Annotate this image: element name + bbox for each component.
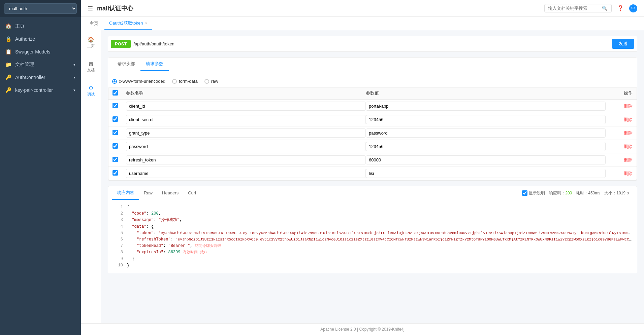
size-label: 大小：1019 b (604, 190, 629, 196)
key2-icon: 🔑 (5, 87, 12, 93)
table-row: 删除 (108, 140, 637, 153)
row-checkbox[interactable] (112, 103, 118, 108)
expires-in-tooltip: 有效时间（秒） (183, 250, 209, 254)
doc-nav-docs[interactable]: 𝌎 文档 (86, 58, 96, 75)
table-row: 删除 (108, 100, 637, 113)
param-value-input[interactable] (366, 102, 606, 111)
param-value-input[interactable] (366, 142, 606, 151)
delete-button[interactable]: 删除 (606, 130, 633, 136)
api-content: POST 发送 请求头部 请求参数 x-www-form-urlencoded (101, 30, 644, 323)
home-icon: 🏠 (5, 23, 12, 29)
user-icon[interactable]: 中 (629, 4, 637, 12)
response-area: 响应内容 Raw Headers Curl 显示说明 响应码：200 耗时：45… (108, 186, 637, 273)
sidebar-item-home[interactable]: 🏠 主页 (0, 20, 81, 33)
status-label: 响应码：200 (549, 190, 572, 196)
param-value-input[interactable] (366, 115, 606, 124)
radio-raw[interactable]: raw (204, 79, 218, 84)
param-value-input[interactable] (366, 169, 606, 178)
row-checkbox[interactable] (112, 143, 118, 149)
header-action-col: 操作 (606, 90, 633, 97)
search-icon[interactable]: 🔍 (602, 6, 607, 11)
param-name-input[interactable] (126, 128, 366, 138)
delete-button[interactable]: 删除 (606, 171, 633, 177)
response-status: 显示说明 响应码：200 耗时：450ms 大小：1019 b (522, 190, 633, 196)
resp-tab-raw[interactable]: Raw (139, 187, 157, 199)
request-tabs: 请求头部 请求参数 (108, 58, 637, 71)
sidebar-item-key-pair-controller[interactable]: 🔑 key-pair-controller ▾ (0, 84, 81, 97)
app-footer: Apache License 2.0 | Copyright © 2019-Kn… (81, 323, 644, 335)
radio-x-www-label: x-www-form-urlencoded (119, 79, 165, 84)
params-table: 参数名称 参数值 操作 删除 (108, 87, 637, 180)
radio-raw-label: raw (211, 79, 218, 84)
code-block: 1{ 2 "code": 200, 3 "message": "操作成功", 4… (108, 200, 637, 273)
radio-circle-empty (172, 79, 177, 84)
show-desc-checkbox[interactable] (522, 190, 527, 196)
search-box: 🔍 (544, 4, 612, 12)
sidebar-item-label: key-pair-controller (15, 87, 53, 93)
status-code: 200 (565, 191, 572, 195)
tab-close-icon[interactable]: × (145, 21, 147, 25)
chevron-down-icon: ▾ (73, 75, 75, 80)
param-value-input[interactable] (366, 155, 606, 164)
header-check-col (112, 90, 126, 97)
tab-oauth-token[interactable]: Oauth2获取token × (104, 17, 152, 30)
sidebar-item-authorize[interactable]: 🔒 Authorize (0, 33, 81, 45)
send-button[interactable]: 发送 (612, 39, 634, 49)
resp-tab-curl[interactable]: Curl (183, 187, 201, 199)
help-icon[interactable]: ❓ (617, 5, 624, 11)
param-name-input[interactable] (126, 142, 366, 151)
key-icon: 🔑 (5, 74, 12, 80)
row-checkbox[interactable] (112, 130, 118, 135)
tab-home[interactable]: 主页 (85, 18, 103, 29)
doc-nav-debug[interactable]: ⚙ 调试 (86, 82, 96, 100)
url-input[interactable] (133, 41, 609, 46)
resp-tab-headers[interactable]: Headers (157, 187, 183, 199)
sidebar-item-swagger-models[interactable]: 📋 Swagger Models (0, 45, 81, 58)
clipboard-icon: 📋 (5, 49, 12, 55)
row-checkbox[interactable] (112, 170, 118, 176)
param-name-input[interactable] (126, 169, 366, 178)
menu-icon[interactable]: ☰ (88, 5, 93, 12)
sidebar-item-label: Authorize (15, 36, 35, 42)
sidebar-item-label: AuthController (15, 75, 45, 80)
request-bar: POST 发送 (108, 36, 637, 52)
delete-button[interactable]: 删除 (606, 103, 633, 109)
radio-form-data-label: form-data (179, 79, 198, 84)
chevron-down-icon: ▾ (73, 63, 75, 67)
app-title: mall认证中心 (97, 4, 133, 12)
req-tab-headers[interactable]: 请求头部 (112, 58, 140, 71)
sidebar-item-label: 文档管理 (15, 62, 34, 68)
doc-nav-home[interactable]: 🏠 主页 (86, 34, 96, 51)
search-input[interactable] (548, 6, 602, 11)
sidebar-item-auth-controller[interactable]: 🔑 AuthController ▾ (0, 71, 81, 84)
method-badge: POST (111, 40, 131, 48)
sidebar-item-label: Swagger Models (15, 49, 50, 54)
req-tab-params[interactable]: 请求参数 (140, 58, 169, 71)
delete-button[interactable]: 删除 (606, 157, 633, 163)
resp-tab-content[interactable]: 响应内容 (112, 186, 139, 200)
radio-x-www-form[interactable]: x-www-form-urlencoded (112, 79, 165, 84)
nav-docs-icon: 𝌎 (89, 61, 93, 67)
sidebar: mall-auth 🏠 主页 🔒 Authorize 📋 Swagger Mod… (0, 0, 81, 335)
show-desc-label: 显示说明 (529, 190, 545, 196)
app-header: ☰ mall认证中心 🔍 ❓ 中 (81, 0, 644, 17)
row-checkbox[interactable] (112, 116, 118, 122)
code-line: 10} (114, 262, 632, 269)
sidebar-item-label: 主页 (15, 23, 25, 29)
code-line: 1{ (114, 204, 632, 211)
delete-button[interactable]: 删除 (606, 144, 633, 150)
sidebar-item-doc-manage[interactable]: 📁 文档管理 ▾ (0, 58, 81, 71)
param-name-input[interactable] (126, 115, 366, 124)
param-value-input[interactable] (366, 128, 606, 138)
project-select[interactable]: mall-auth (4, 3, 77, 14)
select-all-checkbox[interactable] (112, 90, 118, 96)
param-name-input[interactable] (126, 155, 366, 164)
delete-button[interactable]: 删除 (606, 117, 633, 123)
main-panel: 🏠 主页 𝌎 文档 ⚙ 调试 POST 发送 (81, 30, 644, 323)
param-name-input[interactable] (126, 102, 366, 111)
radio-form-data[interactable]: form-data (172, 79, 198, 84)
tabs-bar: 主页 Oauth2获取token × (81, 17, 644, 30)
table-row: 删除 (108, 167, 637, 180)
code-line: 2 "code": 200, (114, 211, 632, 217)
row-checkbox[interactable] (112, 157, 118, 162)
